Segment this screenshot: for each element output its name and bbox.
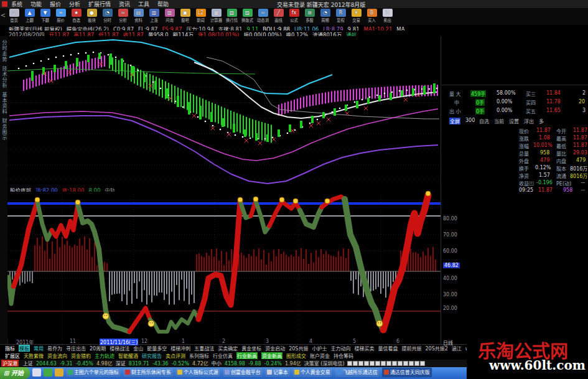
indicator-tab-楼梯买卖[interactable]: 楼梯买卖: [354, 345, 374, 352]
indicator-tab-资金猎豹[interactable]: 资金猎豹: [71, 352, 91, 359]
toolbar-button-买入[interactable]: B买入: [364, 8, 380, 23]
toolbar-button-新闻[interactable]: L2新闻: [193, 8, 208, 23]
menu-item[interactable]: 扩展行情: [88, 1, 111, 7]
toolbar-button-板块[interactable]: ●板块: [84, 8, 100, 23]
indicator-tab-量信看盘[interactable]: 量信看盘: [378, 345, 398, 352]
indicator-tab-楼梯战法[interactable]: 楼梯战法: [110, 345, 129, 352]
indicator-tab-小护士[interactable]: 小护士: [312, 345, 327, 352]
toolbar-button-自选[interactable]: ★自选: [68, 8, 84, 23]
indicator-tab-20S共振2[interactable]: 20S共振2: [425, 345, 447, 352]
taskbar-button[interactable]: 个人指标公式源: [175, 368, 220, 377]
taskbar-button[interactable]: 创富金融平台: [223, 368, 263, 377]
menu-item[interactable]: 系统: [11, 1, 22, 7]
indicator-tab-行业新高[interactable]: 行业新高: [236, 352, 258, 359]
indicator-tab-资金流向[interactable]: 资金流向: [47, 352, 67, 359]
quote-cell: 58.00%: [497, 90, 516, 96]
toolbar-label: 换行情: [225, 17, 239, 23]
indicator-tab-智能醒酒[interactable]: 智能醒酒: [118, 352, 138, 359]
indicator-tab-买卖确定[interactable]: 买卖确定: [218, 345, 238, 352]
toolbar-button-复权[interactable]: R复权: [333, 8, 348, 23]
candle: [266, 134, 269, 142]
indicator-tab-资金新高[interactable]: 资金新高: [261, 352, 282, 359]
toolbar-button-动态浏[interactable]: ≈动态浏: [255, 8, 271, 23]
toolbar-button-分时[interactable]: ◔分时: [100, 8, 115, 23]
toolbar-button-周期[interactable]: ◔周期: [317, 8, 333, 23]
start-button[interactable]: ⊞ 开始: [0, 367, 30, 379]
toolbar-button-上翻[interactable]: ▲上翻: [22, 8, 37, 23]
indicator-tab-账户资金[interactable]: 账户资金: [310, 352, 330, 359]
side-tab[interactable]: 基本资料: [1, 92, 7, 115]
side-tab[interactable]: 技术分析: [1, 66, 7, 88]
menu-item[interactable]: 工具: [138, 1, 149, 7]
indicator-tab-五重战法[interactable]: 五重战法: [194, 345, 214, 352]
indicator-tab-能量多空[interactable]: 能量多空: [147, 345, 167, 352]
toolbar-button-计算器[interactable]: ▦计算器: [208, 8, 224, 23]
indicator-tab-易乔为[interactable]: 易乔为: [47, 345, 62, 352]
menu-item[interactable]: 资讯: [119, 1, 130, 7]
indicator-tab-提前共振[interactable]: 提前共振: [401, 345, 421, 352]
side-tab[interactable]: 分时走势: [1, 40, 7, 62]
toolbar-button-交易[interactable]: ¥交易: [348, 8, 364, 23]
taskbar-button[interactable]: 个人黄金交易: [292, 368, 332, 377]
toolbar-back-icon[interactable]: <: [0, 8, 6, 23]
indicator-tab-金山[interactable]: 金山: [133, 345, 143, 352]
toolbar-button-公式[interactable]: fx公式: [286, 8, 302, 23]
indicator-tab-楼梯冲刺[interactable]: 楼梯冲刺: [170, 345, 190, 352]
indicator-tab-研究报告[interactable]: 研究报告: [142, 352, 162, 359]
toolbar-button-分析[interactable]: ≈分析: [115, 8, 131, 23]
taskbar-button[interactable]: 通达信普天同庆版: [382, 368, 432, 377]
menu-item[interactable]: 报价: [50, 1, 61, 7]
toolbar-button-报价[interactable]: ≡报价: [53, 8, 68, 23]
quick-launch-icon[interactable]: [32, 368, 41, 377]
toolbar-button-问询[interactable]: ▥问询: [162, 8, 177, 23]
dotted-ma-point: [63, 55, 65, 57]
indicator-tab-涵江[interactable]: 涵江: [452, 345, 462, 352]
indicator-tab-主力轨迹[interactable]: 主力轨迹: [95, 352, 114, 359]
quick-launch-icon[interactable]: [44, 368, 52, 377]
taskbar-button[interactable]: 主图六个单元的指标: [66, 368, 121, 377]
menu-item[interactable]: 分析: [69, 1, 80, 7]
indicator-tab-20S共振[interactable]: 20S共振: [289, 345, 308, 352]
quote-cell: 479: [576, 157, 586, 163]
toolbar-label: 多股: [302, 17, 317, 23]
indicator-tab-系列指标[interactable]: 系列指标: [189, 352, 209, 359]
menu-item[interactable]: 功能: [30, 1, 42, 7]
quick-launch-icon[interactable]: [55, 368, 63, 377]
side-tab[interactable]: 财务图示: [1, 118, 7, 141]
bottom-indicator-chart[interactable]: [7, 185, 441, 339]
toolbar-button-换版式[interactable]: ▨换版式: [240, 8, 255, 23]
candle: [378, 95, 381, 101]
indicator-tab-天胜紫微[interactable]: 天胜紫微: [24, 352, 44, 359]
indicator-tab-黄金坐标[interactable]: 黄金坐标: [241, 345, 261, 352]
indicator-tab-资金启动[interactable]: 资金启动: [265, 345, 285, 352]
main-candlestick-chart[interactable]: [7, 36, 441, 185]
x-axis[interactable]: 2011年112011/11/16(三)12123456: [7, 339, 441, 344]
indicator-tab-持仓筹码[interactable]: 持仓筹码: [334, 352, 353, 359]
toolbar-button-画线[interactable]: ╱画线: [271, 8, 286, 23]
indicator-tab-寻庄出击[interactable]: 寻庄出击: [66, 345, 86, 352]
toolbar-button-下翻[interactable]: ▼下翻: [37, 8, 53, 23]
indicator-tab-卖点评测[interactable]: 卖点评测: [166, 352, 185, 359]
toolbar-button-资料[interactable]: ▤资料: [131, 8, 146, 23]
indicator-tab-图形成交[interactable]: 图形成交: [286, 352, 306, 359]
toolbar-button-多股[interactable]: ⊞多股: [302, 8, 317, 23]
taskbar-button[interactable]: 飞越所乐通达信: [335, 368, 380, 377]
toolbar-button-上涨[interactable]: ▥上涨: [146, 8, 162, 23]
indicator-tab-20周期[interactable]: 20周期: [90, 345, 106, 352]
toolbar-button-首页[interactable]: ⌂首页: [6, 8, 22, 23]
taskbar-button[interactable]: 记事本: [265, 368, 290, 377]
indicator-tab-指标[interactable]: 指标: [5, 345, 15, 352]
toolbar-button-换行情[interactable]: ▧换行情: [224, 8, 240, 23]
indicator-tab-模板[interactable]: 模板: [19, 345, 30, 352]
周期-icon: ◔: [320, 9, 330, 17]
indicator-tab-行业仿真[interactable]: 行业仿真: [213, 352, 233, 359]
taskbar-button[interactable]: 财主所乐休闲专系: [123, 368, 173, 377]
task-buttons: 主图六个单元的指标财主所乐休闲专系个人指标公式源创富金融平台记事本个人黄金交易飞…: [63, 368, 432, 378]
toolbar-button-卖出[interactable]: S卖出: [380, 8, 395, 23]
indicator-tab-扩展区[interactable]: 扩展区: [5, 352, 20, 359]
menu-item[interactable]: 帮助: [157, 1, 169, 7]
indicator-tab-主力动向[interactable]: 主力动向: [330, 345, 350, 352]
toolbar-button-股吧[interactable]: ▣股吧: [177, 8, 193, 23]
candle: [401, 90, 403, 96]
indicator-tab-常用[interactable]: 常用: [34, 345, 44, 352]
